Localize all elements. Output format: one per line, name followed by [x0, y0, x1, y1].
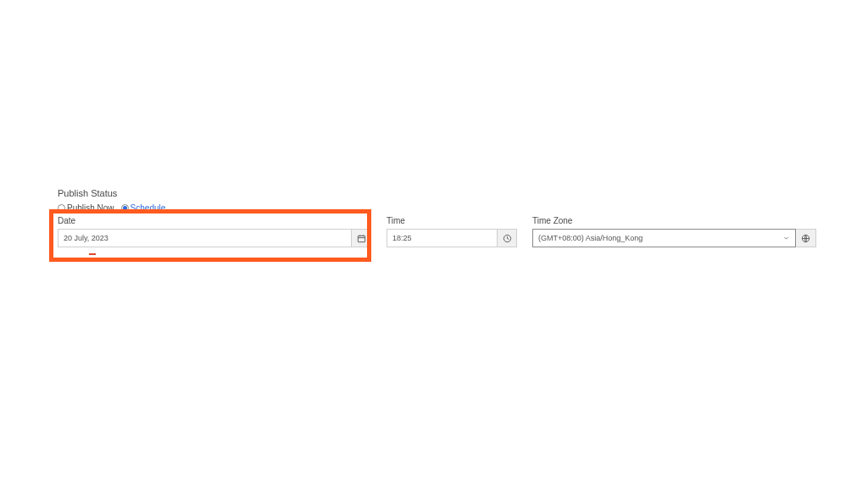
time-label: Time [387, 216, 517, 225]
clock-icon [503, 234, 512, 243]
timezone-label: Time Zone [532, 216, 816, 225]
time-input[interactable] [387, 229, 497, 247]
globe-icon [801, 234, 810, 243]
timezone-input-group: (GMT+08:00) Asia/Hong_Kong [532, 229, 816, 247]
svg-rect-0 [358, 236, 364, 241]
date-label: Date [58, 216, 371, 225]
publish-form: Publish Status Publish Now Schedule Date [58, 188, 821, 247]
date-input-group [58, 229, 371, 247]
date-input[interactable] [58, 229, 351, 247]
chevron-down-icon [782, 235, 790, 242]
date-field: Date [58, 216, 371, 247]
radio-schedule[interactable]: Schedule [121, 203, 166, 213]
radio-schedule-label: Schedule [131, 203, 166, 213]
fields-row: Date Time [58, 216, 821, 247]
time-picker-button[interactable] [497, 229, 517, 247]
timezone-globe-button[interactable] [796, 229, 816, 247]
timezone-value: (GMT+08:00) Asia/Hong_Kong [538, 234, 643, 242]
red-tick-mark [89, 253, 96, 255]
section-title: Publish Status [58, 188, 821, 198]
radio-publish-now-label: Publish Now [67, 203, 114, 213]
time-input-group [387, 229, 517, 247]
radio-dot-icon [121, 204, 129, 212]
radio-publish-now[interactable]: Publish Now [58, 203, 114, 213]
timezone-field: Time Zone (GMT+08:00) Asia/Hong_Kong [532, 216, 816, 247]
svg-line-6 [507, 238, 509, 239]
date-picker-button[interactable] [351, 229, 371, 247]
calendar-icon [357, 234, 366, 243]
radio-dot-icon [58, 204, 65, 212]
time-field: Time [387, 216, 517, 247]
publish-radio-group: Publish Now Schedule [58, 203, 821, 213]
timezone-select[interactable]: (GMT+08:00) Asia/Hong_Kong [532, 229, 796, 247]
